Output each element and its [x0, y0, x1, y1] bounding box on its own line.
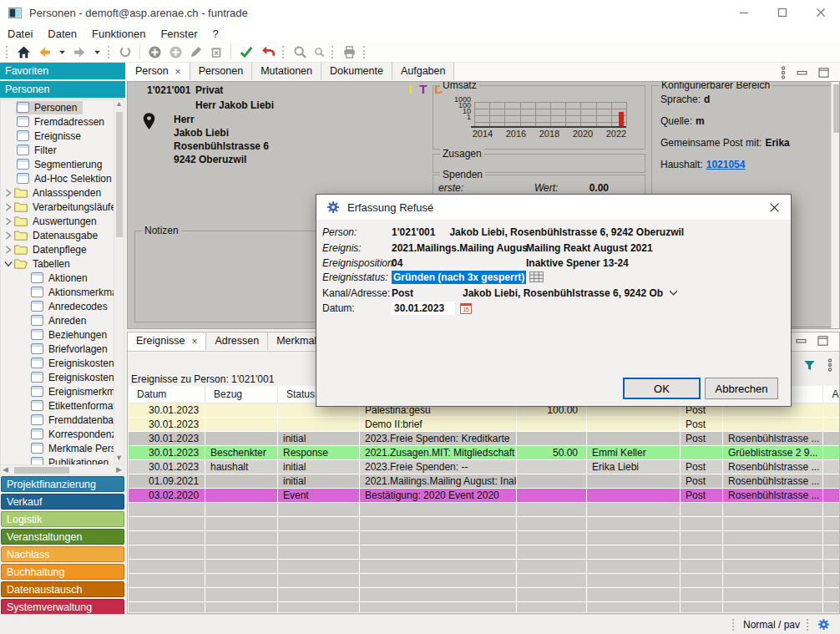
dialog-position-value[interactable]: 04 — [392, 257, 402, 269]
module-button-verkauf[interactable]: Verkauf — [1, 494, 124, 510]
tree-item-tabellen[interactable]: Tabellen — [1, 256, 114, 271]
tree-item-datenausgabe[interactable]: Datenausgabe — [1, 228, 114, 242]
tree-item-ereignisse[interactable]: Ereignisse — [1, 129, 114, 143]
tree-item-merkmale-personen[interactable]: Merkmale Personen — [1, 441, 114, 455]
panel-minimize-icon[interactable] — [797, 68, 807, 78]
tree-item-ad-hoc-selektion[interactable]: Ad-Hoc Selektion — [1, 171, 114, 185]
menu-item-daten[interactable]: Daten — [40, 28, 84, 40]
filter-icon[interactable] — [803, 359, 816, 372]
module-button-nachlass[interactable]: Nachlass — [1, 546, 124, 562]
ok-button[interactable]: OK — [623, 378, 701, 399]
scroll-right-icon[interactable]: ▶ — [116, 466, 122, 474]
search-small-icon[interactable] — [314, 47, 325, 58]
refresh-icon[interactable] — [119, 45, 132, 58]
module-button-projektfinanzierung[interactable]: Projektfinanzierung — [1, 476, 124, 492]
scroll-down-icon[interactable]: ▼ — [114, 454, 124, 462]
tree-item-datenpflege[interactable]: Datenpflege — [1, 242, 114, 256]
sidebar-header-favoriten[interactable]: Favoriten — [0, 63, 125, 79]
table-row[interactable]: 30.01.2023haushaltinitial2023.Freie Spen… — [129, 460, 840, 474]
table-row[interactable]: 30.01.2023Demo II:briefPost — [129, 418, 840, 432]
chevron-right-icon[interactable] — [3, 203, 13, 211]
menu-item-datei[interactable]: Datei — [0, 28, 40, 40]
dialog-kanal-value[interactable]: Post — [392, 287, 413, 299]
sidebar-header-personen[interactable]: Personen — [0, 81, 125, 98]
tree-item-etikettenformate[interactable]: Etikettenformate — [1, 398, 114, 413]
module-button-datenaustausch[interactable]: Datenaustausch — [1, 581, 124, 597]
search-icon[interactable] — [293, 45, 307, 59]
dialog-ereignis-value[interactable]: 2021.Mailings.Mailing Augus — [392, 242, 528, 254]
table-row[interactable]: 01.09.2021initial2021.Mailings.Mailing A… — [129, 474, 840, 489]
scrollbar-thumb[interactable] — [14, 467, 69, 474]
person-panel-scrollbar[interactable] — [831, 82, 840, 329]
tree-item-ereignismerkmale[interactable]: Ereignismerkmale — [1, 384, 114, 398]
add-secondary-icon[interactable] — [169, 45, 183, 59]
kebab-menu-icon[interactable] — [827, 358, 832, 372]
dialog-adresse-dropdown[interactable]: Jakob Liebi, Rosenbühlstrasse 6, 9242 Ob — [463, 287, 678, 299]
caret-down-icon[interactable] — [94, 48, 101, 56]
edit-icon[interactable] — [190, 45, 203, 58]
dialog-datum-input[interactable]: 30.01.2023 — [392, 302, 455, 315]
maximize-button[interactable] — [763, 0, 802, 25]
tab-aufgaben[interactable]: Aufgaben — [392, 63, 455, 80]
haushalt-link[interactable]: 1021054 — [706, 159, 746, 170]
caret-down-icon[interactable] — [58, 48, 66, 56]
scroll-up-icon[interactable]: ▲ — [114, 100, 124, 108]
close-button[interactable] — [802, 0, 840, 25]
tree-item-anreden[interactable]: Anreden — [1, 313, 114, 327]
kebab-menu-icon[interactable] — [781, 66, 786, 79]
tab-adressen[interactable]: Adressen — [206, 332, 268, 350]
tab-person[interactable]: Person× — [127, 63, 190, 80]
tree-item-anlassspenden[interactable]: Anlassspenden — [1, 185, 114, 200]
panel-minimize-icon[interactable] — [796, 336, 807, 346]
settings-gear-icon[interactable] — [817, 618, 830, 631]
tree-item-ereigniskosten-e[interactable]: Ereigniskosten-E — [1, 356, 114, 370]
table-row[interactable]: 30.01.2023BeschenkterResponse2021.Zusage… — [129, 446, 840, 460]
tree-item-beziehungen[interactable]: Beziehungen — [1, 327, 114, 342]
add-icon[interactable] — [148, 45, 162, 59]
tree-item-personen[interactable]: Personen — [1, 100, 114, 114]
panel-maximize-icon[interactable] — [818, 68, 829, 78]
forward-icon[interactable] — [73, 45, 87, 59]
module-button-buchhaltung[interactable]: Buchhaltung — [1, 564, 124, 580]
delete-icon[interactable] — [210, 45, 223, 58]
home-icon[interactable] — [17, 45, 31, 59]
dialog-close-button[interactable] — [757, 195, 791, 220]
tree-item-aktionen[interactable]: Aktionen — [1, 271, 114, 285]
tree-item-briefvorlagen[interactable]: Briefvorlagen — [1, 342, 114, 356]
column-header[interactable]: Datum — [129, 386, 205, 403]
scroll-left-icon[interactable]: ◀ — [3, 466, 8, 474]
tree-item-korrespondenz[interactable]: Korrespondenz — [1, 427, 114, 441]
tab-personen[interactable]: Personen — [190, 63, 253, 80]
confirm-icon[interactable] — [239, 44, 254, 59]
tree-item-segmentierung[interactable]: Segmentierung — [1, 157, 114, 171]
print-icon[interactable] — [342, 45, 357, 59]
module-button-systemverwaltung[interactable]: Systemverwaltung — [1, 599, 124, 615]
tree-horizontal-scrollbar[interactable]: ◀ ▶ — [0, 464, 124, 475]
tab-close-icon[interactable]: × — [175, 67, 181, 77]
module-button-logistik[interactable]: Logistik — [1, 511, 124, 527]
tree-item-fremdadressen[interactable]: Fremdadressen — [1, 114, 114, 129]
menu-item-fenster[interactable]: Fenster — [153, 28, 205, 40]
chevron-right-icon[interactable] — [3, 231, 13, 240]
chevron-right-icon[interactable] — [3, 217, 13, 226]
tree-item-auswertungen[interactable]: Auswertungen — [1, 214, 114, 228]
tab-ereignisse[interactable]: Ereignisse× — [128, 332, 206, 350]
column-header[interactable]: A — [823, 386, 840, 403]
minimize-button[interactable] — [725, 0, 763, 25]
undo-icon[interactable] — [261, 44, 276, 59]
cancel-button[interactable]: Abbrechen — [705, 378, 778, 399]
dialog-status-field[interactable]: Gründen (nach 3x gesperrt) — [392, 271, 526, 284]
tree-item-aktionsmerkmale[interactable]: Aktionsmerkmale — [1, 285, 114, 299]
calendar-icon[interactable]: 15 — [460, 302, 472, 314]
lookup-grid-icon[interactable] — [529, 271, 544, 282]
table-row[interactable]: 30.01.2023initial2023.Freie Spenden: Kre… — [129, 432, 840, 446]
scrollbar-thumb[interactable] — [116, 112, 123, 237]
tab-close-icon[interactable]: × — [191, 337, 197, 347]
chevron-right-icon[interactable] — [3, 246, 13, 254]
menu-item-funktionen[interactable]: Funktionen — [84, 28, 153, 40]
tree-item-verarbeitungsläufe[interactable]: Verarbeitungsläufe — [1, 200, 114, 214]
column-header[interactable]: Bezug — [205, 386, 278, 403]
tree-item-anredecodes[interactable]: Anredecodes — [1, 299, 114, 313]
tree-item-filter[interactable]: Filter — [1, 143, 114, 157]
table-row[interactable]: 03.02.2020EventBestätigung: 2020 Event 2… — [129, 489, 840, 503]
